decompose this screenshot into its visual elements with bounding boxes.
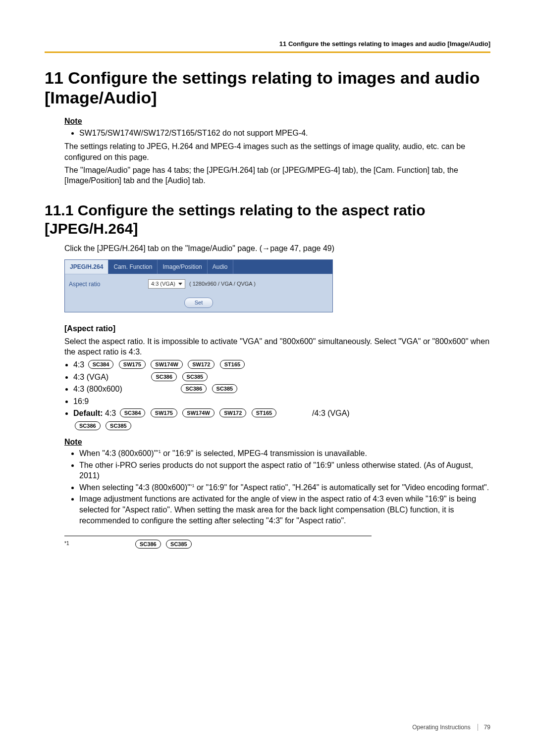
chevron-down-icon	[178, 283, 182, 285]
model-pill: SW172	[219, 408, 246, 417]
list-item: 4:3 (VGA) SC386 SC385	[73, 372, 490, 383]
page-footer: Operating Instructions 79	[412, 723, 490, 731]
lead-text: Click the [JPEG/H.264] tab on the "Image…	[64, 244, 262, 252]
tab-jpeg-h264[interactable]: JPEG/H.264	[65, 260, 108, 274]
option-label: 4:3 (VGA)	[73, 372, 148, 383]
note-label: Note	[64, 116, 490, 127]
model-pill: SC385	[212, 384, 238, 393]
model-pill: SC386	[181, 384, 207, 393]
option-label: 4:3	[73, 360, 84, 369]
model-pill: SC385	[182, 372, 208, 381]
aspect-ratio-row: Aspect ratio 4:3 (VGA) ( 1280x960 / VGA …	[65, 274, 332, 294]
aspect-ratio-label: Aspect ratio	[69, 280, 148, 288]
default-value: 4:3	[103, 409, 118, 417]
model-pill: ST165	[252, 408, 276, 417]
footnote-rule	[64, 536, 372, 536]
intro-paragraph: The settings relating to JPEG, H.264 and…	[64, 141, 490, 162]
option-label: 4:3 (800x600)	[73, 384, 177, 395]
section-lead: Click the [JPEG/H.264] tab on the "Image…	[64, 243, 490, 254]
intro-paragraph: The "Image/Audio" page has 4 tabs; the […	[64, 165, 490, 186]
footer-page-number: 79	[484, 723, 490, 731]
model-pill: ST165	[220, 360, 245, 369]
model-pill: SW174W	[182, 408, 214, 417]
lead-text: page 47, page 49)	[270, 244, 334, 252]
default-suffix: /4:3 (VGA)	[312, 409, 350, 417]
model-pill: SW175	[151, 408, 177, 417]
option-label: 16:9	[73, 397, 89, 405]
set-button[interactable]: Set	[184, 298, 214, 308]
model-pill: SC386	[135, 540, 161, 549]
footnote-ref: *1	[157, 449, 161, 454]
model-pill: SC384	[120, 408, 146, 417]
note-item: When selecting "4:3 (800x600)"*1 or "16:…	[79, 482, 490, 493]
note-label: Note	[64, 437, 490, 448]
model-pill: SC386	[151, 372, 177, 381]
aspect-ratio-select[interactable]: 4:3 (VGA)	[148, 279, 185, 289]
tab-audio[interactable]: Audio	[208, 260, 233, 274]
arrow-icon: →	[262, 244, 270, 252]
footer-label: Operating Instructions	[412, 723, 470, 731]
model-pill: SW174W	[151, 360, 182, 369]
tab-image-position[interactable]: Image/Position	[158, 260, 207, 274]
list-item: 4:3 SC384 SW175 SW174W SW172 ST165	[73, 359, 490, 370]
running-header: 11 Configure the settings relating to im…	[45, 40, 490, 53]
model-pill: SC386	[75, 421, 101, 430]
aspect-ratio-intro: Select the aspect ratio. It is impossibl…	[64, 336, 490, 357]
select-value: 4:3 (VGA)	[151, 280, 175, 288]
resolution-hint: ( 1280x960 / VGA / QVGA )	[189, 280, 256, 288]
tab-bar: JPEG/H.264 Cam. Function Image/Position …	[65, 260, 332, 274]
note-item: When "4:3 (800x600)"*1 or "16:9" is sele…	[79, 448, 490, 459]
chapter-title: 11 Configure the settings relating to im…	[45, 68, 490, 108]
section-title: 11.1 Configure the settings relating to …	[45, 201, 490, 238]
aspect-ratio-heading: [Aspect ratio]	[64, 323, 490, 334]
note-item: The other i-PRO series products do not s…	[79, 460, 490, 481]
list-item: 4:3 (800x600) SC386 SC385	[73, 384, 490, 395]
note-item: Image adjustment functions are activated…	[79, 494, 490, 526]
model-pill: SC384	[88, 360, 114, 369]
model-pill: SC385	[106, 421, 131, 430]
footnote: *1 SC386 SC385	[64, 539, 490, 550]
model-pill: SC385	[166, 540, 192, 549]
list-item: Default: 4:3 SC384 SW175 SW174W SW172 ST…	[73, 408, 490, 431]
default-label: Default:	[73, 409, 103, 417]
note-item: SW175/SW174W/SW172/ST165/ST162 do not su…	[79, 128, 490, 139]
footnote-marker: *1	[64, 539, 134, 547]
model-pill: SW172	[188, 360, 214, 369]
model-pill: SW175	[119, 360, 146, 369]
list-item: 16:9	[73, 396, 490, 407]
tab-cam-function[interactable]: Cam. Function	[108, 260, 158, 274]
ui-screenshot: JPEG/H.264 Cam. Function Image/Position …	[64, 259, 333, 312]
